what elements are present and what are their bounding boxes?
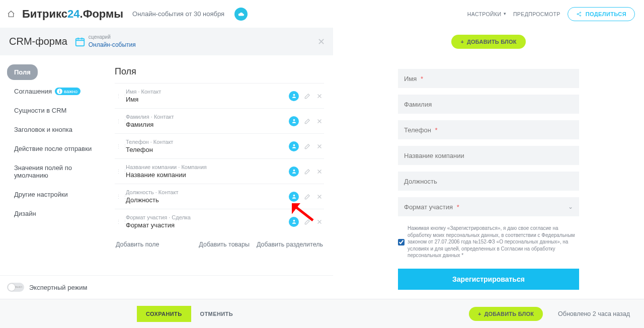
preview-field-label: Телефон * [404,126,438,134]
field-name: Должность [126,196,284,204]
sidebar-item-5[interactable]: Значения полей по умолчанию [7,160,106,183]
consent-block[interactable]: Нажимая кнопку «Зарегистрироваться», я д… [398,225,579,259]
chevron-down-icon: ▾ [504,11,506,16]
consent-text: Нажимая кнопку «Зарегистрироваться», я д… [408,225,579,259]
cancel-button[interactable]: ОТМЕНИТЬ [200,311,233,317]
field-text: Телефон · КонтактТелефон [126,139,284,153]
preview-input[interactable]: Название компании [398,146,579,165]
field-actions [289,141,323,151]
delete-icon[interactable] [316,218,323,225]
expert-toggle[interactable]: выкл [7,283,24,292]
editor-header: CRM-форма сценарий Онлайн-события ✕ [0,28,333,55]
edit-icon[interactable] [304,193,311,200]
expert-label: Экспертный режим [29,284,87,291]
scenario-link[interactable]: Онлайн-события [89,41,136,48]
delete-icon[interactable] [316,193,323,200]
cloud-icon[interactable] [234,8,248,21]
preview-field-label: Должность [404,178,437,185]
brand: Битрикс24.Формы [22,8,123,21]
delete-icon[interactable] [316,168,323,175]
delete-icon[interactable] [316,118,323,125]
save-button[interactable]: СОХРАНИТЬ [137,306,191,322]
sidebar-item-6[interactable]: Другие настройки [7,187,75,202]
sidebar-item-3[interactable]: Заголовок и кнопка [7,122,79,137]
consent-checkbox[interactable] [398,225,405,259]
sidebar-item-label: Поля [14,68,31,76]
edit-icon[interactable] [304,143,311,150]
drag-handle-icon[interactable] [116,170,121,173]
field-row: Должность · КонтактДолжность [115,184,324,209]
field-actions [289,167,323,177]
drag-handle-icon[interactable] [116,145,121,148]
person-icon[interactable] [289,167,299,177]
footer: СОХРАНИТЬ ОТМЕНИТЬ +ДОБАВИТЬ БЛОК Обновл… [0,299,644,328]
field-text: Название компании · КомпанияНазвание ком… [126,164,284,179]
drag-handle-icon[interactable] [116,220,121,223]
preview-link[interactable]: ПРЕДПРОСМОТР [513,11,560,17]
field-actions [289,91,323,101]
add-field-link[interactable]: Добавить поле [116,241,159,248]
calendar-icon [74,36,86,47]
sidebar-item-2[interactable]: Сущности в CRM [7,103,73,118]
field-name: Формат участия [126,221,284,229]
close-icon[interactable]: ✕ [317,36,325,47]
drag-handle-icon[interactable] [116,195,121,198]
sidebar-item-label: Заголовок и кнопка [14,126,72,133]
sidebar-item-label: Другие настройки [14,191,68,198]
expert-row: выкл Экспертный режим [0,275,333,299]
add-products-link[interactable]: Добавить товары [199,241,250,248]
delete-icon[interactable] [316,93,323,100]
svg-point-9 [293,220,295,222]
delete-icon[interactable] [316,143,323,150]
chevron-down-icon: ⌄ [568,203,573,210]
preview-input[interactable]: Должность [398,172,579,191]
preview-input[interactable]: Телефон * [398,120,579,139]
svg-point-2 [580,15,581,16]
preview-select[interactable]: Формат участия *⌄ [398,197,579,216]
edit-icon[interactable] [304,168,311,175]
edit-icon[interactable] [304,93,311,100]
preview-input[interactable]: Имя * [398,69,579,88]
home-icon[interactable] [7,10,15,18]
person-icon[interactable] [289,91,299,101]
drag-handle-icon[interactable] [116,120,121,123]
field-name: Имя [126,96,284,103]
field-crumb: Формат участия · Сделка [126,214,284,220]
person-icon[interactable] [289,217,299,227]
field-actions [289,116,323,126]
preview-input[interactable]: Фамилия [398,95,579,114]
person-icon[interactable] [289,192,299,202]
sidebar-item-7[interactable]: Дизайн [7,206,43,221]
field-crumb: Должность · Контакт [126,189,284,195]
field-row: Имя · КонтактИмя [115,83,324,108]
share-button[interactable]: ПОДЕЛИТЬСЯ [568,7,635,21]
person-icon[interactable] [289,116,299,126]
preview-field-label: Название компании [404,152,464,159]
field-actions [289,217,323,227]
form-preview: Имя *ФамилияТелефон *Название компанииДо… [398,69,579,299]
svg-point-7 [293,170,295,172]
register-button[interactable]: Зарегистрироваться [398,269,579,290]
brand-prefix: Битрикс [22,8,67,21]
sidebar-item-label: Сущности в CRM [14,107,66,114]
brand-24: 24 [67,8,79,21]
field-text: Имя · КонтактИмя [126,89,284,103]
form-subtitle: Онлайн-события от 30 ноября [132,10,224,18]
sidebar-item-4[interactable]: Действие после отправки [7,141,99,156]
fields-panel: Поля Имя · КонтактИмяФамилия · КонтактФа… [106,55,333,275]
field-crumb: Имя · Контакт [126,89,284,95]
add-separator-link[interactable]: Добавить разделитель [257,241,323,248]
sidebar-item-1[interactable]: Соглашенияiважно [7,84,88,99]
edit-icon[interactable] [304,218,311,225]
edit-icon[interactable] [304,118,311,125]
preview-field-label: Фамилия [404,101,432,108]
drag-handle-icon[interactable] [116,95,121,98]
settings-link[interactable]: НАСТРОЙКИ▾ [467,11,506,17]
updated-label: Обновлено 2 часа назад [558,310,630,317]
add-block-top-button[interactable]: +ДОБАВИТЬ БЛОК [451,35,525,49]
person-icon[interactable] [289,141,299,151]
sidebar-item-0[interactable]: Поля [7,64,38,80]
editor-column: CRM-форма сценарий Онлайн-события ✕ Поля… [0,28,333,299]
add-block-bottom-button[interactable]: +ДОБАВИТЬ БЛОК [469,307,543,321]
svg-point-0 [577,13,578,14]
